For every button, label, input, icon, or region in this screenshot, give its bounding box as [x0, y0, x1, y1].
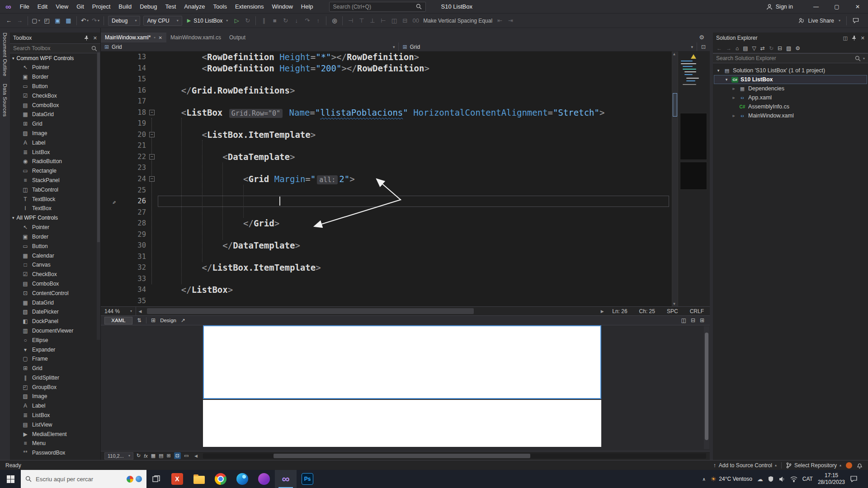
taskbar-app-browser-purple[interactable]: [253, 470, 275, 488]
menu-edit[interactable]: Edit: [33, 0, 52, 13]
design-surface[interactable]: [101, 325, 710, 451]
toolbox-item-textblock[interactable]: TTextBlock: [10, 194, 100, 204]
toolbox-item-image[interactable]: ▨Image: [10, 129, 100, 138]
tab-options-gear-icon[interactable]: ⚙: [699, 34, 704, 41]
notifications-badge[interactable]: [846, 462, 852, 469]
tree-item-s10-listbox[interactable]: ▾C#S10 ListBox: [714, 75, 867, 84]
solution-configuration-dropdown[interactable]: Debug▾: [108, 16, 140, 26]
vertical-spacing-icon[interactable]: ⇥: [505, 15, 516, 26]
code-line-14[interactable]: 14 <RowDefinition Height="200"></RowDefi…: [101, 63, 710, 74]
code-line-15[interactable]: 15: [101, 74, 710, 85]
toolbox-item-datepicker[interactable]: ▧DatePicker: [10, 307, 100, 317]
toolbox-item-rectangle[interactable]: ▭Rectangle: [10, 166, 100, 176]
nav-forward-icon[interactable]: →: [14, 15, 25, 26]
toolbox-section-all-wpf-controls[interactable]: ▾All WPF Controls: [10, 213, 100, 223]
collapse-region-icon[interactable]: −: [149, 154, 155, 160]
make-same-width-icon[interactable]: ◫: [389, 15, 399, 26]
toolbox-item-listview[interactable]: ▤ListView: [10, 420, 100, 429]
show-grid-icon[interactable]: ▦: [151, 453, 156, 459]
solution-search-input[interactable]: Search Solution Explorer ▾: [713, 53, 868, 63]
menu-file[interactable]: File: [16, 0, 33, 13]
tree-item-solution-s10-listbox-1-of-1-project[interactable]: ▾▤Solution 'S10 ListBox' (1 of 1 project…: [714, 66, 867, 75]
design-horizontal-scrollbar[interactable]: [203, 453, 706, 459]
minimize-button[interactable]: —: [806, 0, 826, 13]
toolbox-item-datagrid[interactable]: ▦DataGrid: [10, 298, 100, 307]
redo-icon[interactable]: ↷▾: [90, 15, 101, 26]
toolbox-item-pointer[interactable]: ↖Pointer: [10, 223, 100, 232]
toolbox-item-stackpanel[interactable]: ≡StackPanel: [10, 176, 100, 185]
nav-back-icon[interactable]: ←: [4, 15, 14, 26]
design-zoom-dropdown[interactable]: 110,2... ▾: [104, 452, 133, 460]
scroll-right-icon[interactable]: ▶: [598, 309, 606, 314]
toolbox-item-expander[interactable]: ▾Expander: [10, 345, 100, 354]
solution-explorer-header[interactable]: Solution Explorer ◫ ✕: [713, 33, 868, 43]
toolbox-item-dockpanel[interactable]: ◧DockPanel: [10, 317, 100, 326]
se-sync-with-active-document-icon[interactable]: ⇄: [760, 45, 765, 52]
menu-extensions[interactable]: Extensions: [231, 0, 268, 13]
side-tab-data-sources[interactable]: Data Sources: [2, 84, 8, 117]
quick-search-box[interactable]: Search (Ctrl+Q): [329, 2, 426, 12]
toolbox-item-button[interactable]: ▭Button: [10, 82, 100, 91]
code-line-26[interactable]: ✎26: [101, 196, 710, 207]
open-file-icon[interactable]: ◰: [42, 15, 52, 26]
scrollbar-thumb[interactable]: [147, 308, 474, 314]
toolbox-item-canvas[interactable]: □Canvas: [10, 260, 100, 270]
tab-output[interactable]: Output: [225, 33, 250, 42]
code-line-32[interactable]: 32 </ListBox.ItemTemplate>: [101, 262, 710, 273]
close-icon[interactable]: ✕: [93, 35, 97, 41]
code-line-27[interactable]: 27: [101, 207, 710, 218]
close-icon[interactable]: ✕: [159, 35, 162, 40]
toolbox-item-calendar[interactable]: ▦Calendar: [10, 251, 100, 260]
taskbar-app-file-explorer[interactable]: [188, 470, 210, 488]
scroll-left-icon[interactable]: ◀: [192, 454, 200, 458]
weather-widget[interactable]: ☀ 24°C Ventoso: [711, 475, 752, 483]
toolbox-item-grid[interactable]: ⊞Grid: [10, 364, 100, 373]
toolbox-item-ellipse[interactable]: ○Ellipse: [10, 335, 100, 345]
breadcrumb-segment-2[interactable]: ⊞Grid▾: [399, 42, 697, 51]
chevron-collapsed-icon[interactable]: ▹: [731, 86, 736, 91]
split-editor-icon[interactable]: ⊡: [701, 44, 706, 50]
toolbox-item-groupbox[interactable]: ◰GroupBox: [10, 382, 100, 392]
code-line-20[interactable]: 20− <ListBox.ItemTemplate>: [101, 129, 710, 141]
code-line-13[interactable]: 13 <RowDefinition Height="*"></RowDefini…: [101, 52, 710, 63]
search-highlights-icon[interactable]: [127, 476, 133, 483]
se-pending-changes-filter-icon[interactable]: ▽: [752, 45, 756, 52]
toolbox-item-listbox[interactable]: ≣ListBox: [10, 411, 100, 420]
restart-icon[interactable]: ↻: [280, 15, 291, 26]
expand-pane-icon[interactable]: ⊞: [700, 317, 704, 324]
code-line-16[interactable]: 16 </Grid.RowDefinitions>: [101, 85, 710, 96]
toolbox-item-textbox[interactable]: ITextBox: [10, 204, 100, 213]
network-wifi-icon[interactable]: [790, 476, 797, 482]
select-repository-button[interactable]: Select Repository ▴: [786, 462, 841, 469]
tab-mainwindow-xaml-cs[interactable]: MainWindow.xaml.cs: [166, 33, 225, 42]
pin-icon[interactable]: [84, 35, 89, 41]
toolbox-item-passwordbox[interactable]: **PasswordBox: [10, 448, 100, 458]
code-line-31[interactable]: 31: [101, 251, 710, 263]
code-line-19[interactable]: 19: [101, 118, 710, 129]
snap-to-grid-icon[interactable]: ⊡: [174, 452, 181, 459]
editor-minimap[interactable]: ▲ ▼: [672, 52, 710, 306]
collapse-region-icon[interactable]: −: [149, 110, 155, 115]
toolbox-item-grid[interactable]: ⊞Grid: [10, 119, 100, 129]
toolbox-item-checkbox[interactable]: ☑CheckBox: [10, 91, 100, 100]
code-line-21[interactable]: 21: [101, 140, 710, 151]
snaplines-icon[interactable]: ▤: [159, 453, 163, 459]
menu-debug[interactable]: Debug: [136, 0, 161, 13]
clock[interactable]: 17:15 28/10/2023: [818, 472, 845, 486]
close-button[interactable]: ✕: [847, 0, 868, 13]
toolbox-item-frame[interactable]: ▢Frame: [10, 354, 100, 364]
hot-reload-icon[interactable]: ↻: [242, 15, 253, 26]
toolbox-item-gridsplitter[interactable]: ∥GridSplitter: [10, 373, 100, 383]
find-in-files-icon[interactable]: ◎: [329, 15, 340, 26]
se-switch-views-icon[interactable]: ▤: [743, 45, 748, 52]
sign-in-button[interactable]: Sign in: [766, 4, 793, 10]
toolbox-section-common-wpf-controls[interactable]: ▾Common WPF Controls: [10, 53, 100, 63]
toolbox-item-label[interactable]: ALabel: [10, 138, 100, 147]
design-view-tab[interactable]: Design: [160, 318, 176, 323]
solution-platform-dropdown[interactable]: Any CPU▾: [143, 16, 182, 26]
taskbar-app-photoshop[interactable]: Ps: [297, 470, 318, 488]
toolbox-item-border[interactable]: ▣Border: [10, 72, 100, 82]
tray-expand-icon[interactable]: ∧: [702, 477, 705, 482]
add-to-source-control-button[interactable]: ↑ Add to Source Control ▴: [713, 462, 777, 469]
save-icon[interactable]: ▣: [52, 15, 63, 26]
